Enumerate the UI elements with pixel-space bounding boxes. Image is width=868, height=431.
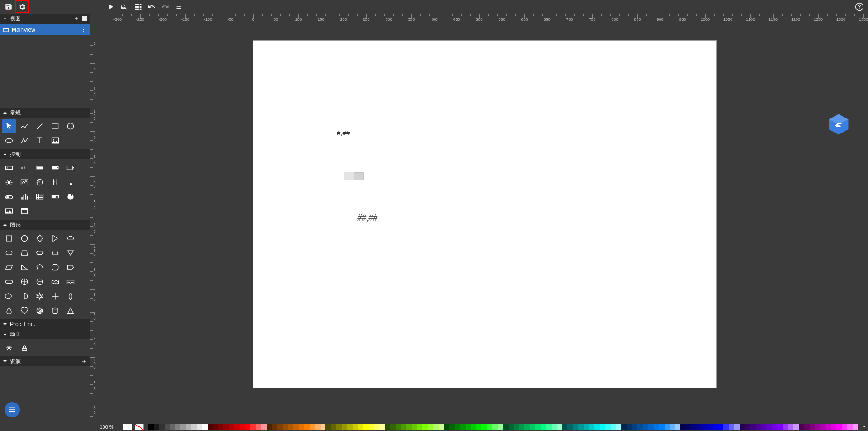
color-chip[interactable]: [509, 424, 514, 430]
color-chip[interactable]: [256, 424, 261, 430]
toggle-tool[interactable]: [2, 190, 16, 204]
color-chip[interactable]: [643, 424, 648, 430]
section-animation-header[interactable]: 动画: [0, 329, 90, 339]
color-chip[interactable]: [208, 424, 213, 430]
color-chip[interactable]: [202, 424, 208, 430]
color-chip[interactable]: [815, 424, 820, 430]
undo-button[interactable]: [145, 0, 158, 13]
color-chip[interactable]: [708, 424, 713, 430]
shape-plus[interactable]: [48, 289, 62, 303]
shape-hexagon-h[interactable]: [33, 246, 47, 260]
polyline-tool[interactable]: [17, 134, 32, 147]
color-chip[interactable]: [648, 424, 654, 430]
color-chip[interactable]: [331, 424, 336, 430]
run-button[interactable]: [104, 0, 118, 13]
shape-diamond[interactable]: [33, 232, 47, 245]
slider-tool[interactable]: [48, 175, 62, 189]
shape-octagon[interactable]: [48, 260, 62, 274]
dropdown-tool[interactable]: [48, 161, 62, 175]
color-chip[interactable]: [299, 424, 304, 430]
color-chip[interactable]: [519, 424, 524, 430]
freehand-tool[interactable]: [17, 119, 32, 133]
color-chip[interactable]: [573, 424, 578, 430]
shape-trapezoid2[interactable]: [48, 246, 62, 260]
artboard[interactable]: #,## ##,##: [253, 41, 716, 388]
button-tool[interactable]: [33, 161, 47, 175]
color-chip[interactable]: [223, 424, 229, 430]
color-chip[interactable]: [761, 424, 767, 430]
color-chip[interactable]: [514, 424, 519, 430]
color-chip[interactable]: [159, 424, 165, 430]
color-chip[interactable]: [665, 424, 670, 430]
circle-tool[interactable]: [63, 119, 78, 133]
color-chip[interactable]: [584, 424, 589, 430]
color-chip[interactable]: [342, 424, 347, 430]
section-proceng-header[interactable]: Proc. Eng.: [0, 319, 90, 329]
color-chip[interactable]: [358, 424, 363, 430]
shape-triangle[interactable]: [48, 232, 62, 245]
shape-leaf[interactable]: [63, 289, 78, 303]
color-chip[interactable]: [723, 424, 729, 430]
color-chip[interactable]: [369, 424, 374, 430]
color-chip[interactable]: [530, 424, 535, 430]
shape-pentagon[interactable]: [33, 260, 47, 274]
color-chip[interactable]: [621, 424, 627, 430]
fill-color-swatch[interactable]: [123, 424, 132, 430]
table-tool[interactable]: [33, 190, 47, 204]
color-chip[interactable]: [433, 424, 439, 430]
shape-roundrect[interactable]: [2, 246, 16, 260]
anim-burst[interactable]: [2, 341, 16, 355]
color-chip[interactable]: [321, 424, 326, 430]
color-chip[interactable]: [702, 424, 708, 430]
color-chip[interactable]: [417, 424, 423, 430]
section-general-header[interactable]: 常规: [0, 108, 90, 118]
color-chip[interactable]: [229, 424, 234, 430]
shape-minus-circle[interactable]: [33, 275, 47, 289]
color-chip[interactable]: [186, 424, 191, 430]
input-tool[interactable]: [2, 161, 16, 175]
color-chip[interactable]: [632, 424, 637, 430]
view-item-mainview[interactable]: MainView: [0, 24, 90, 35]
color-chip[interactable]: [406, 424, 412, 430]
color-chip[interactable]: [853, 424, 858, 430]
color-chip[interactable]: [788, 424, 793, 430]
shape-pill[interactable]: [2, 275, 16, 289]
add-resource-button[interactable]: [80, 357, 88, 365]
color-chip[interactable]: [481, 424, 487, 430]
color-chip[interactable]: [240, 424, 245, 430]
color-chip[interactable]: [750, 424, 756, 430]
save-button[interactable]: [2, 0, 15, 13]
color-chip[interactable]: [154, 424, 159, 430]
color-chip[interactable]: [697, 424, 702, 430]
number-tool[interactable]: ##: [17, 161, 32, 175]
color-chip[interactable]: [310, 424, 315, 430]
color-chip[interactable]: [810, 424, 815, 430]
text-tool[interactable]: [33, 134, 47, 147]
color-chip[interactable]: [552, 424, 557, 430]
color-chip[interactable]: [191, 424, 197, 430]
color-chip[interactable]: [347, 424, 353, 430]
list-button[interactable]: [172, 0, 185, 13]
color-chip[interactable]: [836, 424, 842, 430]
redo-button[interactable]: [158, 0, 172, 13]
color-chip[interactable]: [557, 424, 562, 430]
color-chip[interactable]: [444, 424, 449, 430]
add-view-button[interactable]: [72, 14, 80, 23]
shape-wave[interactable]: [48, 275, 62, 289]
canvas-viewport[interactable]: #,## ##,##: [99, 23, 868, 422]
color-chip[interactable]: [234, 424, 240, 430]
color-chip[interactable]: [804, 424, 810, 430]
image-tool[interactable]: [48, 134, 62, 147]
color-chip[interactable]: [428, 424, 433, 430]
color-chip[interactable]: [460, 424, 466, 430]
shape-square[interactable]: [2, 232, 16, 245]
color-chip[interactable]: [686, 424, 691, 430]
shape-pie-slice[interactable]: [17, 289, 32, 303]
color-chip[interactable]: [170, 424, 175, 430]
color-chip[interactable]: [847, 424, 853, 430]
grid-button[interactable]: [131, 0, 145, 13]
color-chip[interactable]: [148, 424, 154, 430]
fuxa-logo[interactable]: [827, 113, 850, 136]
label-object-1[interactable]: #,##: [337, 129, 350, 137]
color-chip[interactable]: [401, 424, 406, 430]
